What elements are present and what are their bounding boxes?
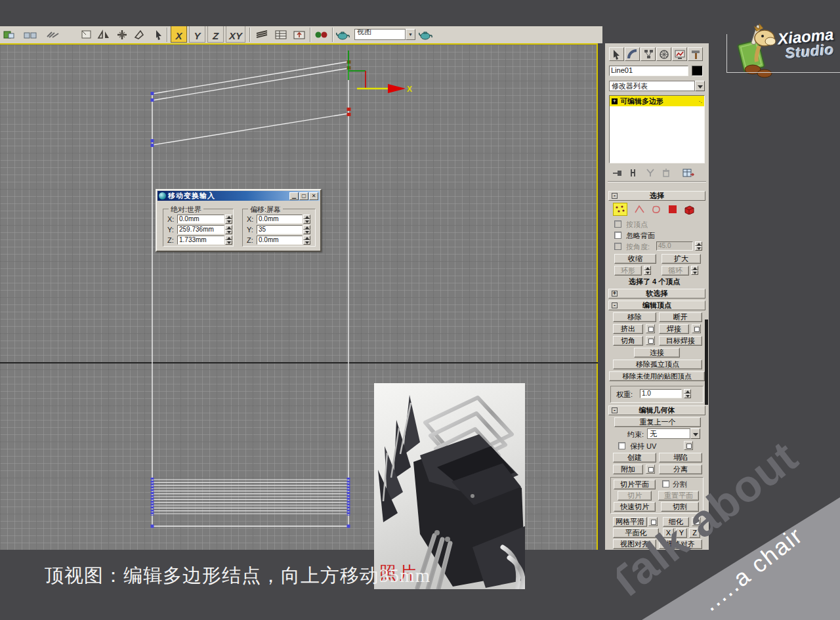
snaps-toggle-icon[interactable] [314,28,329,41]
rollout-edit-geometry[interactable]: - 编辑几何体 [608,405,705,415]
object-color-swatch[interactable] [692,66,703,76]
stack-expand-icon[interactable]: + [612,98,618,104]
abs-x-field[interactable]: 0.0mm [177,215,224,224]
minimize-button[interactable]: ▁ [289,192,299,200]
main-toolbar: X Y Z XY 视图 ▼ [0,26,602,43]
modifier-list-dropdown-arrow[interactable] [695,81,705,91]
rollout-edit-vertices[interactable]: - 编辑顶点 [608,300,705,310]
ignore-backfacing-checkbox[interactable] [614,232,621,239]
clipped-toolbar-icon[interactable] [22,28,38,41]
abs-y-field[interactable]: 259.736mm [177,225,224,234]
polygon-subobject-icon[interactable] [668,205,678,215]
make-unique-icon[interactable] [646,168,655,179]
quick-render-teapot-icon[interactable] [418,28,434,41]
clipped-toolbar-icon[interactable] [1,28,17,41]
axis-constraint-x-button[interactable]: X [171,26,187,43]
by-angle-spinner[interactable] [695,241,702,251]
maximize-button[interactable]: ▢ [299,192,308,200]
by-vertex-checkbox[interactable] [614,220,621,228]
logo-text-studio: Studio [785,41,835,62]
remove-button[interactable]: 移除 [613,312,656,322]
quick-align-icon[interactable] [131,28,147,41]
abs-y-spinner[interactable] [225,225,232,234]
tab-motion[interactable] [656,47,671,61]
gizmo-x-axis-label: X [407,85,412,94]
render-type-dropdown-arrow[interactable]: ▼ [406,29,415,40]
frame-line [726,72,840,73]
dialog-titlebar[interactable]: 移动变换输入 ▁ ▢ ✕ [158,191,320,201]
offset-x-field[interactable]: 0.0mm [257,215,303,224]
axis-constraint-z-button[interactable]: Z [207,26,224,43]
object-name-field[interactable]: Line01 [609,66,688,76]
studio-logo: Xiaoma Studio [725,13,840,79]
tab-utilities[interactable] [688,47,703,61]
modifier-list-dropdown[interactable]: 修改器列表 [609,81,695,91]
close-button[interactable]: ✕ [309,192,318,200]
edge-subobject-icon[interactable] [634,205,645,216]
panel-scrollbar[interactable] [705,320,708,405]
border-subobject-icon[interactable] [651,205,662,216]
offset-y-field[interactable]: 35 [257,225,303,234]
align-icon[interactable] [114,28,130,41]
schematic-view-icon[interactable] [273,28,289,41]
by-angle-field[interactable]: 45.0 [656,241,693,251]
grow-button[interactable]: 扩大 [662,254,701,264]
ring-button[interactable]: 环形 [614,266,642,276]
render-setup-teapot-icon[interactable] [335,28,351,41]
chamfer-button[interactable]: 切角 [613,336,643,346]
toolbar-separator [310,28,311,42]
remove-unused-map-verts-button[interactable]: 移除未使用的贴图顶点 [609,371,705,381]
vertex-subobject-icon[interactable] [615,205,625,215]
offset-x-label: X: [247,215,257,223]
tab-hierarchy[interactable] [640,47,656,61]
toolbar-separator [249,28,251,42]
tab-create-select[interactable] [609,47,624,61]
axis-constraint-xy-button[interactable]: XY [226,26,245,43]
abs-x-label: X: [167,215,177,223]
render-type-dropdown[interactable]: 视图 [354,29,406,40]
abs-z-spinner[interactable] [225,236,232,245]
remove-modifier-icon[interactable] [662,168,671,179]
abs-z-field[interactable]: 1.733mm [177,236,224,245]
connect-button[interactable]: 连接 [634,348,680,358]
clipped-toolbar-icon[interactable] [46,28,62,41]
stack-item-editable-poly[interactable]: + 可编辑多边形 ·. [610,96,704,106]
element-subobject-icon[interactable] [684,205,695,216]
move-transform-typein-dialog[interactable]: 移动变换输入 ▁ ▢ ✕ 绝对:世界 X: 0.0mm Y: 259.736mm… [156,189,322,252]
window-crossing-icon[interactable] [79,28,94,41]
curve-editor-icon[interactable] [255,28,270,41]
pin-stack-icon[interactable] [612,168,623,179]
weight-field[interactable]: 1.0 [640,389,682,398]
weight-spinner[interactable] [684,389,691,398]
weld-button[interactable]: 焊接 [659,324,689,334]
mirror-icon[interactable] [96,28,112,41]
configure-modifier-sets-icon[interactable] [682,168,694,179]
offset-x-spinner[interactable] [303,215,310,224]
rollout-edit-vertices-title: 编辑顶点 [642,301,671,309]
select-cursor-icon[interactable] [151,28,167,41]
loop-button[interactable]: 循环 [662,266,689,276]
by-angle-checkbox[interactable] [614,243,621,250]
tab-modify[interactable] [625,47,640,61]
extrude-settings-button[interactable] [646,324,655,333]
tab-display[interactable] [672,47,687,61]
layer-manager-icon[interactable] [291,28,307,41]
offset-z-spinner[interactable] [303,236,310,245]
loop-spinner[interactable] [691,266,698,275]
axis-constraint-y-button[interactable]: Y [189,26,205,43]
rollout-soft-selection[interactable]: + 软选择 [608,289,705,299]
modifier-stack[interactable]: + 可编辑多边形 ·. [609,95,705,163]
abs-x-spinner[interactable] [225,215,232,224]
target-weld-button[interactable]: 目标焊接 [659,336,702,346]
extrude-button[interactable]: 挤出 [613,324,643,334]
show-end-result-icon[interactable] [629,168,638,179]
weld-settings-button[interactable] [692,324,701,333]
rollout-selection[interactable]: - 选择 [608,191,705,201]
offset-y-spinner[interactable] [303,225,310,234]
ring-spinner[interactable] [644,266,651,275]
remove-isolated-vertices-button[interactable]: 移除孤立顶点 [613,360,702,369]
offset-z-field[interactable]: 0.0mm [257,236,303,245]
chamfer-settings-button[interactable] [646,336,655,345]
break-button[interactable]: 断开 [659,312,702,322]
shrink-button[interactable]: 收缩 [614,254,656,264]
